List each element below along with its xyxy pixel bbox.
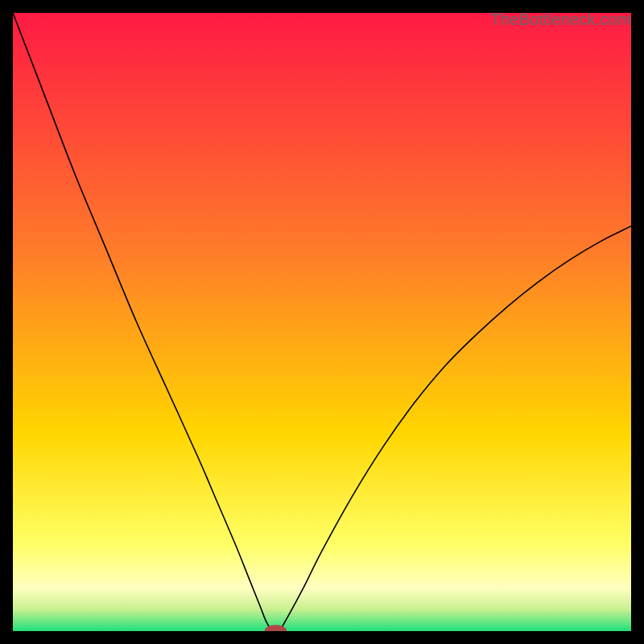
chart-frame: TheBottleneck.com <box>13 13 631 631</box>
chart-svg <box>13 13 631 631</box>
watermark-label: TheBottleneck.com <box>490 10 631 29</box>
gradient-background <box>13 13 631 631</box>
